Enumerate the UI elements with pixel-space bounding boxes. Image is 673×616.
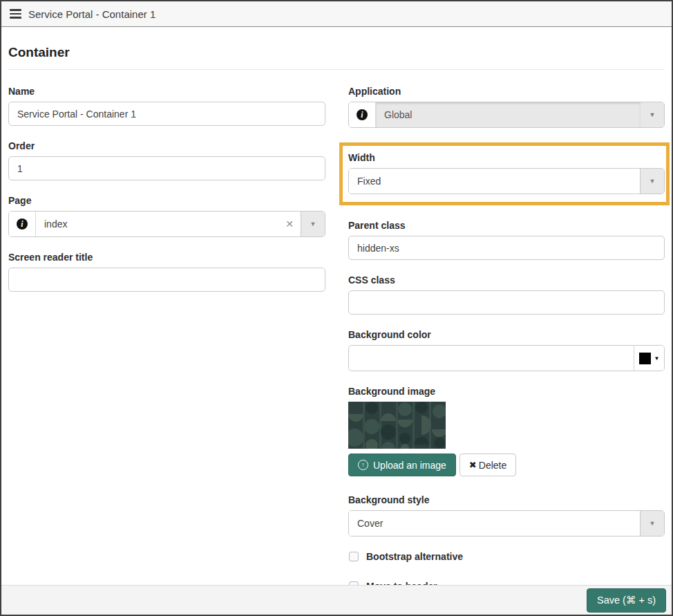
background-style-field-group: Background style Cover ▼ bbox=[348, 494, 665, 536]
application-select: i Global ▼ bbox=[348, 102, 665, 128]
bootstrap-alternative-label: Bootstrap alternative bbox=[366, 551, 463, 562]
page-title: Container bbox=[8, 45, 665, 60]
save-button[interactable]: Save (⌘ + s) bbox=[587, 588, 666, 613]
chevron-down-icon[interactable]: ▼ bbox=[640, 169, 664, 194]
footer-bar: Save (⌘ + s) bbox=[1, 585, 672, 615]
menu-icon[interactable] bbox=[10, 9, 21, 19]
image-actions-row: ↑ Upload an image ✖ Delete bbox=[348, 454, 665, 476]
clear-icon[interactable]: ✕ bbox=[278, 212, 301, 236]
name-field-group: Name bbox=[8, 86, 325, 126]
chevron-down-icon[interactable]: ▼ bbox=[301, 212, 325, 236]
background-image-field-group: Background image bbox=[348, 386, 665, 476]
upload-image-button[interactable]: ↑ Upload an image bbox=[348, 454, 456, 476]
screen-reader-title-field-group: Screen reader title bbox=[8, 252, 325, 292]
bootstrap-alternative-row: Bootstrap alternative bbox=[349, 551, 665, 562]
screen-reader-title-label: Screen reader title bbox=[8, 252, 325, 263]
background-image-thumbnail bbox=[348, 402, 446, 449]
bootstrap-alternative-checkbox[interactable] bbox=[349, 552, 359, 561]
parent-class-label: Parent class bbox=[348, 220, 665, 231]
info-icon[interactable]: i bbox=[357, 109, 368, 120]
page-info-segment: i bbox=[9, 212, 36, 236]
left-column: Name Order Page i index ✕ ▼ bbox=[8, 86, 325, 585]
form-content: Container Name Order Page i bbox=[1, 27, 672, 585]
background-color-label: Background color bbox=[348, 329, 665, 340]
chevron-down-icon[interactable]: ▼ bbox=[640, 511, 664, 536]
chevron-down-icon[interactable]: ▼ bbox=[641, 102, 664, 127]
application-field-group: Application i Global ▼ bbox=[348, 86, 665, 128]
order-input[interactable] bbox=[8, 156, 325, 180]
application-info-segment: i bbox=[349, 102, 376, 127]
app-window: Service Portal - Container 1 Container N… bbox=[0, 0, 673, 616]
parent-class-field-group: Parent class bbox=[348, 220, 665, 260]
page-reference-picker: i index ✕ ▼ bbox=[8, 211, 325, 237]
delete-button-label: Delete bbox=[479, 460, 506, 471]
background-image-label: Background image bbox=[348, 386, 665, 397]
window-title: Service Portal - Container 1 bbox=[28, 8, 155, 20]
css-class-label: CSS class bbox=[348, 274, 665, 286]
background-color-picker: ▼ bbox=[348, 345, 665, 371]
chevron-down-icon: ▼ bbox=[654, 355, 660, 362]
background-style-label: Background style bbox=[348, 494, 665, 505]
application-label: Application bbox=[348, 86, 665, 97]
width-highlight-annotation: Width Fixed ▼ bbox=[339, 142, 670, 205]
background-color-value[interactable] bbox=[349, 346, 634, 371]
css-class-input[interactable] bbox=[348, 290, 665, 315]
delete-image-button[interactable]: ✖ Delete bbox=[459, 454, 516, 476]
heading-divider bbox=[8, 69, 665, 70]
color-swatch-dropdown[interactable]: ▼ bbox=[634, 346, 664, 371]
application-value[interactable]: Global bbox=[376, 102, 641, 127]
order-field-group: Order bbox=[8, 140, 325, 180]
width-value: Fixed bbox=[349, 169, 640, 194]
width-select[interactable]: Fixed ▼ bbox=[348, 168, 665, 194]
width-field-group: Width Fixed ▼ bbox=[348, 152, 665, 194]
name-input[interactable] bbox=[8, 102, 325, 126]
form-columns: Name Order Page i index ✕ ▼ bbox=[8, 86, 665, 585]
page-label: Page bbox=[8, 195, 325, 206]
order-label: Order bbox=[8, 140, 325, 151]
css-class-field-group: CSS class bbox=[348, 274, 665, 315]
color-swatch bbox=[639, 353, 651, 364]
upload-icon: ↑ bbox=[358, 460, 368, 470]
background-color-field-group: Background color ▼ bbox=[348, 329, 665, 371]
upload-button-label: Upload an image bbox=[373, 460, 446, 471]
width-label: Width bbox=[348, 152, 665, 163]
parent-class-input[interactable] bbox=[348, 236, 665, 260]
page-field-group: Page i index ✕ ▼ bbox=[8, 195, 325, 237]
titlebar: Service Portal - Container 1 bbox=[1, 1, 672, 27]
screen-reader-title-input[interactable] bbox=[8, 268, 325, 292]
background-style-value: Cover bbox=[349, 511, 640, 536]
info-icon[interactable]: i bbox=[17, 218, 28, 230]
background-style-select[interactable]: Cover ▼ bbox=[348, 510, 665, 536]
page-value[interactable]: index bbox=[36, 212, 278, 236]
delete-icon: ✖ bbox=[469, 460, 477, 470]
right-column: Application i Global ▼ Width Fixed bbox=[348, 86, 665, 585]
name-label: Name bbox=[8, 86, 325, 97]
